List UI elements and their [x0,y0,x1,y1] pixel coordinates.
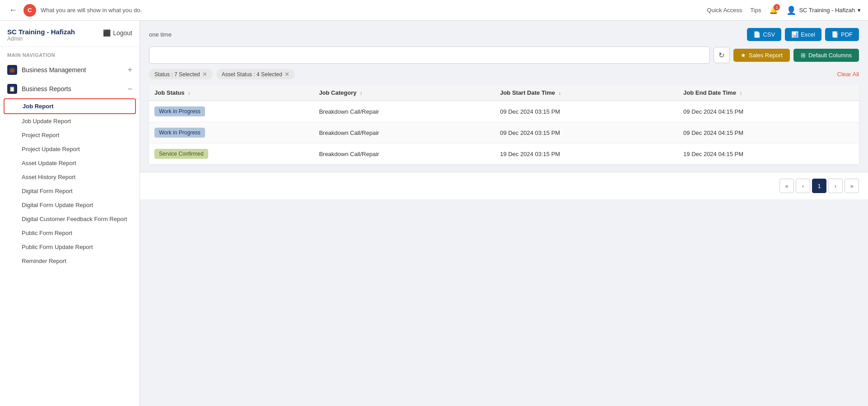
star-icon: ★ [741,52,746,59]
sidebar-item-job-update-report[interactable]: Job Update Report [0,114,140,128]
col-job-category[interactable]: Job Category ↕ [313,85,495,101]
asset-status-filter-tag: Asset Status : 4 Selected ✕ [216,69,295,79]
sidebar: SC Training - Hafizah Admin ⬛ Logout MAI… [0,21,140,406]
report-table: Job Status ↕ Job Category ↕ Job Start Da… [149,85,859,165]
filter-bar: one time 📄 CSV 📊 Excel 📑 PDF [149,28,859,41]
user-label: SC Training - Hafizah [799,7,855,14]
tips-link[interactable]: Tips [750,7,761,14]
topbar-left: ← C What you are will show in what you d… [7,4,707,17]
csv-export-button[interactable]: 📄 CSV [747,28,781,41]
user-avatar-icon: 👤 [786,5,796,15]
pdf-export-button[interactable]: 📑 PDF [825,28,859,41]
csv-icon: 📄 [753,31,761,38]
sales-report-button[interactable]: ★ Sales Report [733,49,790,62]
sidebar-item-public-form-update-report[interactable]: Public Form Update Report [0,240,140,254]
asset-status-filter-close[interactable]: ✕ [285,71,289,78]
pdf-icon: 📑 [831,31,839,38]
status-badge-1: Work in Progress [154,128,205,138]
sidebar-item-job-report[interactable]: Job Report [4,98,136,114]
cell-job-start-1: 09 Dec 2024 03:15 PM [495,122,678,143]
active-filters: Status : 7 Selected ✕ Asset Status : 4 S… [149,69,859,79]
app-logo: C [23,4,36,17]
sort-job-end-icon: ↕ [740,90,742,96]
status-badge-0: Work in Progress [154,106,205,116]
notification-bell[interactable]: 🔔 1 [769,6,778,14]
filter-note: one time [149,31,172,38]
sidebar-item-digital-form-report[interactable]: Digital Form Report [0,184,140,198]
sidebar-item-public-form-report[interactable]: Public Form Report [0,226,140,240]
cell-job-category-0: Breakdown Call/Repair [313,101,495,122]
cell-job-start-2: 19 Dec 2024 03:15 PM [495,143,678,165]
cell-job-category-2: Breakdown Call/Repair [313,143,495,165]
cell-job-status-2: Service Confirmed [149,143,313,165]
col-job-end-date-time[interactable]: Job End Date Time ↕ [678,85,859,101]
pagination: « ‹ 1 › » [140,172,868,199]
cell-job-status-1: Work in Progress [149,122,313,143]
sidebar-role: Admin [7,36,132,42]
sidebar-section-title: MAIN NAVIGATION [0,47,140,60]
content-area: one time 📄 CSV 📊 Excel 📑 PDF [140,21,868,172]
sidebar-header: SC Training - Hafizah Admin ⬛ Logout [0,21,140,47]
cell-job-category-1: Breakdown Call/Repair [313,122,495,143]
sort-job-start-icon: ↕ [559,90,561,96]
next-page-button[interactable]: › [828,179,843,193]
logout-button[interactable]: ⬛ Logout [103,29,132,37]
search-bar: ↻ ★ Sales Report ⊞ Default Columns [149,46,859,64]
logout-icon: ⬛ [103,29,111,37]
main-content: one time 📄 CSV 📊 Excel 📑 PDF [140,21,868,406]
columns-icon: ⊞ [801,52,806,59]
sidebar-item-digital-form-update-report[interactable]: Digital Form Update Report [0,198,140,212]
export-buttons: 📄 CSV 📊 Excel 📑 PDF [747,28,859,41]
quick-access-link[interactable]: Quick Access [707,7,742,14]
sidebar-item-project-update-report[interactable]: Project Update Report [0,142,140,156]
refresh-button[interactable]: ↻ [714,47,730,63]
back-button[interactable]: ← [7,5,19,15]
cell-job-start-0: 09 Dec 2024 03:15 PM [495,101,678,122]
layout: SC Training - Hafizah Admin ⬛ Logout MAI… [0,21,868,406]
collapse-business-reports-icon: − [127,84,132,94]
status-filter-close[interactable]: ✕ [202,71,207,78]
table-header: Job Status ↕ Job Category ↕ Job Start Da… [149,85,859,101]
current-page-button[interactable]: 1 [812,179,826,193]
last-page-button[interactable]: » [845,179,859,193]
excel-export-button[interactable]: 📊 Excel [785,28,821,41]
sidebar-item-asset-update-report[interactable]: Asset Update Report [0,156,140,170]
sidebar-item-business-reports[interactable]: 📋 Business Reports − [0,79,140,98]
status-filter-tag: Status : 7 Selected ✕ [149,69,213,79]
search-input[interactable] [149,46,710,64]
cell-job-status-0: Work in Progress [149,101,313,122]
cell-job-end-2: 19 Dec 2024 04:15 PM [678,143,859,165]
table-row: Service Confirmed Breakdown Call/Repair … [149,143,859,165]
sort-job-category-icon: ↕ [360,90,363,96]
status-badge-2: Service Confirmed [154,149,208,159]
first-page-button[interactable]: « [779,179,794,193]
briefcase-icon: 💼 [7,65,17,75]
business-management-label: Business Management [22,66,86,74]
cell-job-end-1: 09 Dec 2024 04:15 PM [678,122,859,143]
sort-job-status-icon: ↕ [188,90,191,96]
default-columns-button[interactable]: ⊞ Default Columns [793,49,859,62]
col-job-status[interactable]: Job Status ↕ [149,85,313,101]
topbar-right: Quick Access Tips 🔔 1 👤 SC Training - Ha… [707,5,861,15]
sidebar-item-reminder-report[interactable]: Reminder Report [0,254,140,268]
expand-business-management-icon: + [127,65,132,75]
user-menu[interactable]: 👤 SC Training - Hafizah ▾ [786,5,861,15]
business-reports-label: Business Reports [22,85,71,92]
sidebar-item-project-report[interactable]: Project Report [0,128,140,142]
excel-icon: 📊 [791,31,798,38]
table-row: Work in Progress Breakdown Call/Repair 0… [149,122,859,143]
sidebar-item-digital-customer-feedback-form-report[interactable]: Digital Customer Feedback Form Report [0,212,140,226]
app-tagline: What you are will show in what you do. [41,7,142,14]
sidebar-item-asset-history-report[interactable]: Asset History Report [0,170,140,184]
sidebar-item-business-management[interactable]: 💼 Business Management + [0,60,140,79]
notification-badge: 1 [774,4,780,10]
topbar: ← C What you are will show in what you d… [0,0,868,21]
user-dropdown-icon: ▾ [858,7,861,14]
table-row: Work in Progress Breakdown Call/Repair 0… [149,101,859,122]
col-job-start-date-time[interactable]: Job Start Date Time ↕ [495,85,678,101]
refresh-icon: ↻ [719,51,724,60]
clear-all-button[interactable]: Clear All [837,71,859,78]
cell-job-end-0: 09 Dec 2024 04:15 PM [678,101,859,122]
prev-page-button[interactable]: ‹ [796,179,810,193]
table-body: Work in Progress Breakdown Call/Repair 0… [149,101,859,165]
